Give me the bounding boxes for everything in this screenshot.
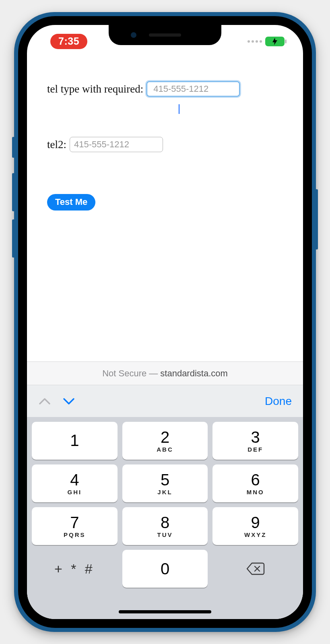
battery-charging-icon <box>265 37 285 46</box>
key-4[interactable]: 4 GHI <box>32 464 118 502</box>
submit-button[interactable]: Test Me <box>47 194 95 211</box>
key-1[interactable]: 1 <box>32 422 118 460</box>
backspace-icon <box>246 562 265 576</box>
key-backspace[interactable] <box>212 550 298 588</box>
signal-dots-icon <box>248 40 262 43</box>
numeric-keypad: 1 2 ABC 3 DEF 4 <box>27 417 303 619</box>
volume-up-button <box>12 173 14 211</box>
text-cursor <box>179 104 179 114</box>
recording-time-pill[interactable]: 7:35 <box>50 34 87 49</box>
key-symbols[interactable]: + * # <box>32 550 118 588</box>
key-9[interactable]: 9 WXYZ <box>212 507 298 545</box>
key-5[interactable]: 5 JKL <box>122 464 208 502</box>
not-secure-label: Not Secure — <box>102 368 158 379</box>
keyboard-accessory-bar: Done <box>27 385 303 417</box>
tel2-label: tel2: <box>47 138 66 151</box>
volume-down-button <box>12 219 14 258</box>
url-bar[interactable]: Not Secure — standardista.com <box>27 361 303 385</box>
keyboard-done-button[interactable]: Done <box>265 395 292 408</box>
key-2[interactable]: 2 ABC <box>122 422 208 460</box>
phone-frame: 7:35 tel type with required: <box>14 12 316 632</box>
web-content: tel type with required: tel2: Test Me <box>27 61 303 361</box>
power-button <box>316 189 318 250</box>
tel1-label: tel type with required: <box>47 83 143 95</box>
key-8[interactable]: 8 TUV <box>122 507 208 545</box>
key-7[interactable]: 7 PQRS <box>32 507 118 545</box>
prev-field-button <box>38 395 51 408</box>
device-notch <box>109 25 221 45</box>
key-3[interactable]: 3 DEF <box>212 422 298 460</box>
key-0[interactable]: 0 <box>122 550 208 588</box>
tel1-input[interactable] <box>146 81 240 97</box>
mute-switch <box>12 137 14 158</box>
key-6[interactable]: 6 MNO <box>212 464 298 502</box>
next-field-button[interactable] <box>62 395 75 408</box>
url-domain: standardista.com <box>160 368 228 379</box>
tel2-input[interactable] <box>70 137 163 152</box>
home-indicator[interactable] <box>119 610 211 613</box>
